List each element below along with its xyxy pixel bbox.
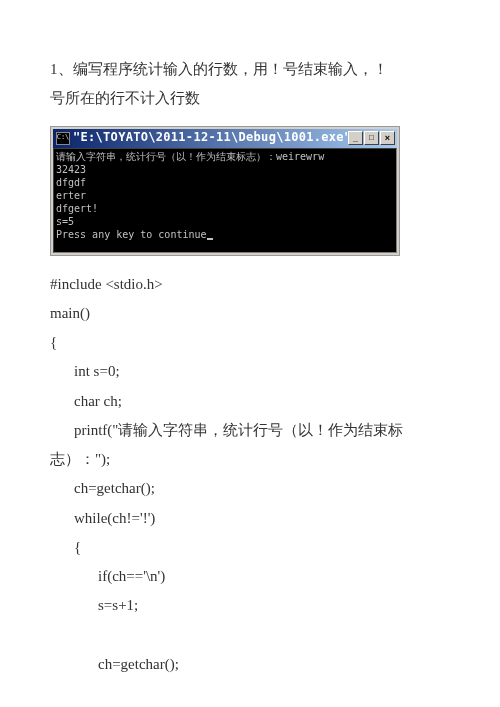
title-line-1: 1、编写程序统计输入的行数，用！号结束输入，！ — [50, 55, 450, 84]
code-line: 志）："); — [50, 445, 450, 474]
console-line: dfgdf — [56, 177, 86, 188]
console-line: dfgert! — [56, 203, 98, 214]
code-line: if(ch=='\n') — [50, 562, 450, 591]
console-line: erter — [56, 190, 86, 201]
code-line: int s=0; — [50, 357, 450, 386]
console-line: 32423 — [56, 164, 86, 175]
code-line: while(ch!='!') — [50, 504, 450, 533]
title-line-2: 号所在的行不计入行数 — [50, 84, 450, 113]
console-window: C:\ "E:\TOYATO\2011-12-11\Debug\1001.exe… — [50, 126, 400, 256]
code-line: ch=getchar(); — [50, 650, 450, 679]
code-line: char ch; — [50, 387, 450, 416]
code-line: ch=getchar(); — [50, 474, 450, 503]
cursor-icon — [207, 238, 213, 240]
title-bar: C:\ "E:\TOYATO\2011-12-11\Debug\1001.exe… — [53, 129, 397, 148]
close-button[interactable]: × — [380, 131, 395, 145]
title-bar-left: C:\ "E:\TOYATO\2011-12-11\Debug\1001.exe… — [56, 126, 348, 149]
console-output: 请输入字符串，统计行号（以！作为结束标志）：weirewrw 32423 dfg… — [53, 148, 397, 253]
window-title: "E:\TOYATO\2011-12-11\Debug\1001.exe" — [73, 126, 348, 149]
console-line: Press any key to continue — [56, 229, 207, 240]
code-line: main() — [50, 299, 450, 328]
console-line: s=5 — [56, 216, 74, 227]
problem-title: 1、编写程序统计输入的行数，用！号结束输入，！ 号所在的行不计入行数 — [50, 55, 450, 114]
code-line: { — [50, 533, 450, 562]
window-controls: _ □ × — [348, 131, 395, 145]
code-line: printf("请输入字符串，统计行号（以！作为结束标 — [50, 416, 450, 445]
maximize-button[interactable]: □ — [364, 131, 379, 145]
code-line: #include <stdio.h> — [50, 270, 450, 299]
code-line — [50, 621, 450, 650]
code-line: { — [50, 328, 450, 357]
console-icon: C:\ — [56, 132, 70, 145]
code-line: s=s+1; — [50, 591, 450, 620]
minimize-button[interactable]: _ — [348, 131, 363, 145]
console-line: 请输入字符串，统计行号（以！作为结束标志）：weirewrw — [56, 151, 324, 162]
